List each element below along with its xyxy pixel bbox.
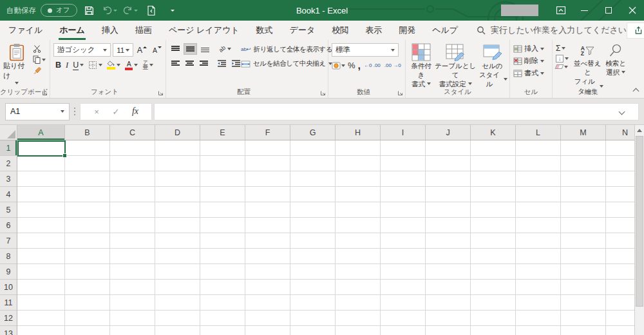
row-header-2[interactable]: 2 <box>0 156 17 171</box>
column-header-c[interactable]: C <box>110 125 155 140</box>
tab-draw[interactable]: 描画 <box>127 21 160 40</box>
comma-style-button[interactable]: , <box>358 62 361 69</box>
active-cell-a1[interactable] <box>17 140 66 157</box>
top-align-button[interactable] <box>169 44 182 54</box>
font-dialog-launcher[interactable] <box>158 90 164 96</box>
format-painter-button[interactable] <box>31 65 48 76</box>
cell-grid[interactable] <box>17 140 644 335</box>
clipboard-dialog-launcher[interactable] <box>42 90 48 96</box>
enter-button[interactable]: ✓ <box>106 107 126 117</box>
percent-style-button[interactable]: % <box>348 61 355 70</box>
save-button[interactable] <box>81 2 98 19</box>
share-button[interactable]: 共有 <box>627 23 644 39</box>
clear-button[interactable] <box>556 64 572 70</box>
cut-button[interactable] <box>31 43 48 54</box>
tab-home[interactable]: ホーム <box>51 21 93 40</box>
expand-formula-bar-button[interactable] <box>619 108 625 115</box>
align-left-button[interactable] <box>169 58 182 68</box>
formula-input[interactable] <box>154 103 639 120</box>
shrink-font-button[interactable]: A <box>151 45 164 55</box>
tab-page-layout[interactable]: ページ レイアウト <box>160 21 248 40</box>
row-header-9[interactable]: 9 <box>0 264 17 280</box>
fill-button[interactable]: ↓ <box>556 54 572 63</box>
underline-button[interactable]: U <box>71 59 86 72</box>
redo-button[interactable] <box>122 2 139 19</box>
paste-button[interactable]: 貼り付け <box>3 43 30 84</box>
row-header-8[interactable]: 8 <box>0 249 17 264</box>
row-header-12[interactable]: 12 <box>0 311 17 326</box>
insert-cells-button[interactable]: 挿入 <box>513 43 550 54</box>
format-as-table-button[interactable]: テーブルとして 書式設定 <box>433 43 477 89</box>
row-header-3[interactable]: 3 <box>0 171 17 187</box>
font-size-combo[interactable]: 11 <box>113 43 133 57</box>
ribbon-display-options-button[interactable] <box>549 0 573 21</box>
font-name-combo[interactable]: 游ゴシック <box>53 43 111 57</box>
row-header-13[interactable]: 13 <box>0 326 17 335</box>
phonetic-button[interactable]: ア 亜 <box>140 59 155 72</box>
decrease-indent-button[interactable] <box>216 59 228 68</box>
undo-button[interactable] <box>102 2 118 19</box>
align-right-button[interactable] <box>198 58 210 68</box>
font-color-button[interactable]: A <box>123 59 140 72</box>
column-header-a[interactable]: A <box>17 125 65 140</box>
increase-decimal-button[interactable]: ←0 .00 <box>363 63 381 68</box>
column-header-g[interactable]: G <box>290 125 336 140</box>
cancel-button[interactable]: × <box>87 107 106 117</box>
grow-font-button[interactable]: A <box>135 44 149 56</box>
row-header-7[interactable]: 7 <box>0 233 17 249</box>
select-all-button[interactable] <box>0 125 17 140</box>
cell-styles-button[interactable]: セルの スタイル <box>477 43 507 89</box>
scrollbar-thumb[interactable] <box>636 136 643 307</box>
currency-format-button[interactable] <box>332 62 345 70</box>
formula-bar-divider[interactable] <box>70 108 80 116</box>
tab-developer[interactable]: 開発 <box>390 21 424 40</box>
tab-help[interactable]: ヘルプ <box>424 21 466 40</box>
autosave-toggle[interactable]: オフ <box>41 4 77 17</box>
row-header-4[interactable]: 4 <box>0 187 17 202</box>
minimize-button[interactable] <box>573 0 596 21</box>
tab-review[interactable]: 校閲 <box>323 21 357 40</box>
tab-insert[interactable]: 挿入 <box>93 21 127 40</box>
row-header-6[interactable]: 6 <box>0 218 17 233</box>
number-dialog-launcher[interactable] <box>397 90 403 96</box>
format-cells-button[interactable]: 書式 <box>513 68 550 79</box>
column-header-f[interactable]: F <box>245 125 290 140</box>
decrease-decimal-button[interactable]: .00 →0 <box>384 63 402 68</box>
find-select-button[interactable]: 検索と 選択 <box>603 43 628 77</box>
column-header-k[interactable]: K <box>471 125 516 140</box>
alignment-dialog-launcher[interactable] <box>320 90 326 96</box>
name-box[interactable]: A1 <box>5 103 70 120</box>
wrap-text-button[interactable]: ab↩ 折り返して全体を表示する <box>239 44 334 55</box>
document-mode-button[interactable] <box>143 2 160 19</box>
bottom-align-button[interactable] <box>199 44 211 54</box>
column-header-m[interactable]: M <box>561 125 606 140</box>
italic-button[interactable]: I <box>64 59 70 72</box>
copy-button[interactable] <box>31 54 48 65</box>
column-header-b[interactable]: B <box>65 125 110 140</box>
middle-align-button[interactable] <box>184 43 197 55</box>
tab-view[interactable]: 表示 <box>357 21 390 40</box>
scroll-up-button[interactable] <box>635 125 644 135</box>
vertical-scrollbar[interactable] <box>634 125 644 335</box>
autosum-button[interactable]: Σ <box>556 43 572 53</box>
row-header-5[interactable]: 5 <box>0 202 17 218</box>
row-header-11[interactable]: 11 <box>0 295 17 311</box>
conditional-formatting-button[interactable]: 条件付き 書式 <box>409 43 433 89</box>
maximize-button[interactable] <box>596 0 620 21</box>
bold-button[interactable]: B <box>53 59 63 71</box>
fill-color-button[interactable] <box>105 59 122 71</box>
orientation-button[interactable]: ab <box>217 44 233 53</box>
tell-me-search[interactable]: 実行したい作業を入力してください <box>477 21 627 40</box>
column-header-d[interactable]: D <box>155 125 200 140</box>
delete-cells-button[interactable]: 削除 <box>513 55 550 66</box>
close-button[interactable] <box>620 0 644 21</box>
customize-qat-button[interactable] <box>164 2 180 19</box>
column-header-j[interactable]: J <box>426 125 471 140</box>
column-header-i[interactable]: I <box>381 125 426 140</box>
merge-center-button[interactable]: セルを結合して中央揃え <box>239 58 334 70</box>
column-header-l[interactable]: L <box>516 125 561 140</box>
tab-file[interactable]: ファイル <box>0 21 51 40</box>
row-header-10[interactable]: 10 <box>0 280 17 295</box>
tab-formulas[interactable]: 数式 <box>248 21 281 40</box>
column-header-h[interactable]: H <box>336 125 381 140</box>
